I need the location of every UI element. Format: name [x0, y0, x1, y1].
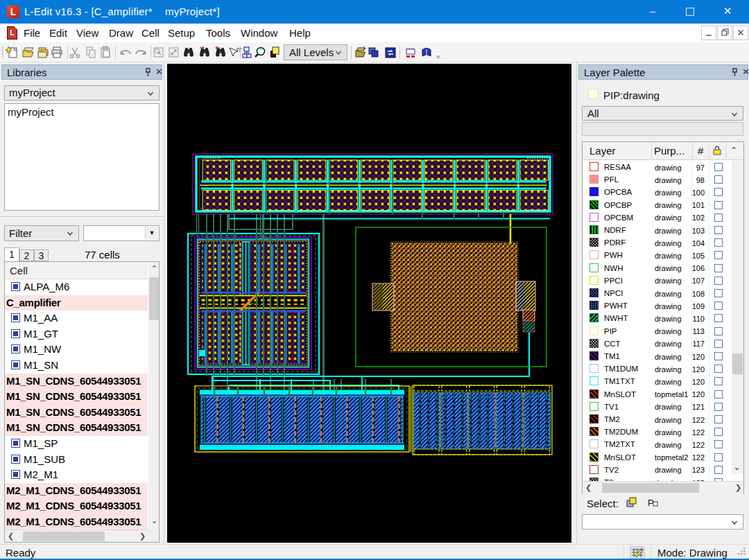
- svg-text:xy: xy: [236, 46, 242, 52]
- svg-text:P: P: [648, 498, 654, 508]
